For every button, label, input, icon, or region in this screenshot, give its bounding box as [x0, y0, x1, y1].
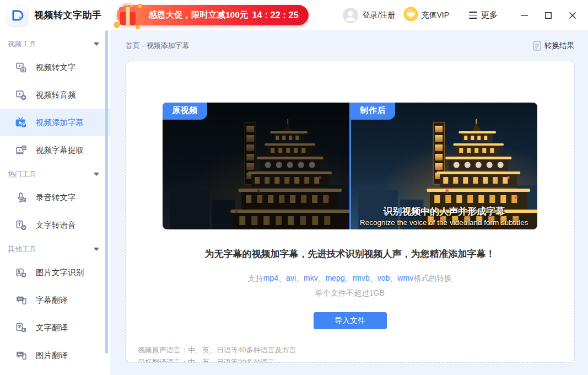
caret-down-icon — [94, 42, 99, 46]
sidebar-item-text-translate[interactable]: 文字翻译 — [0, 314, 110, 341]
subtitle-chinese: 识别视频中的人声并形成字幕 — [351, 205, 538, 218]
text-to-speech-icon — [15, 219, 27, 231]
subtitle-english: Recognize the voice of the video and for… — [351, 218, 538, 227]
sidebar-item-label: 文字转语音 — [36, 220, 76, 231]
video-to-text-icon — [15, 61, 27, 73]
section-label: 视频工具 — [8, 39, 36, 49]
image-translate-icon — [15, 349, 27, 361]
video-add-subtitles-icon — [15, 116, 27, 128]
original-video-badge: 原视频 — [163, 103, 207, 120]
gift-box-icon — [112, 0, 143, 33]
close-button[interactable] — [560, 4, 585, 26]
promo-banner[interactable]: 感恩大促，限时立减100元 14 : 22 : 25 — [117, 5, 309, 25]
target-language-info: 目标翻译语言：中、英、日语等20多种语言 — [138, 356, 574, 363]
formats-list: mp4、avi、mkv、mepg、rmvb、vob、wmv — [263, 274, 413, 282]
sidebar-item-video-subtitle-extract[interactable]: 视频字幕提取 — [0, 136, 110, 164]
more-label: 更多 — [481, 10, 498, 20]
sidebar-section-other-tools[interactable]: 其他工具 — [0, 239, 110, 259]
caret-down-icon — [94, 173, 99, 176]
login-register-link[interactable]: 登录/注册 — [363, 10, 396, 20]
caret-down-icon — [94, 248, 99, 251]
recharge-vip-link[interactable]: 充值VIP — [421, 10, 449, 20]
hamburger-icon — [469, 12, 477, 18]
feature-headline: 为无字幕的视频加字幕，先进技术识别视频人声，为您精准添加字幕！ — [126, 248, 574, 260]
formats-prefix: 支持 — [248, 274, 263, 282]
promo-countdown: 14 : 22 : 25 — [252, 10, 298, 20]
sidebar-scrollbar[interactable] — [105, 30, 108, 353]
source-language-info: 视频原声语言：中、英、日语等40多种语言及方言 — [138, 344, 574, 356]
formats-suffix: 格式的转换 — [413, 274, 452, 282]
tool-card: 原视频 制作后 识别视频中的人声并形成字幕 Recognize the voic… — [125, 61, 575, 363]
sidebar-item-label: 字幕翻译 — [36, 295, 68, 306]
processed-video-badge: 制作后 — [351, 103, 396, 120]
sidebar-item-video-to-text[interactable]: 视频转文字 — [0, 53, 110, 81]
section-label: 热门工具 — [8, 169, 36, 179]
subtitle-translate-icon — [15, 294, 27, 306]
maximize-button[interactable] — [536, 4, 560, 26]
sidebar-section-hot-tools[interactable]: 热门工具 — [0, 164, 110, 184]
app-logo-icon — [7, 5, 28, 26]
section-label: 其他工具 — [8, 244, 36, 254]
sidebar-item-label: 视频添加字幕 — [36, 117, 84, 128]
sidebar-item-label: 录音转文字 — [36, 192, 76, 203]
promo-text: 感恩大促，限时立减100元 — [149, 9, 249, 21]
sidebar-item-image-translate[interactable]: 图片翻译 — [0, 341, 110, 369]
document-icon — [533, 41, 541, 51]
sidebar-item-video-to-audio[interactable]: 视频转音频 — [0, 81, 110, 109]
app-title: 视频转文字助手 — [34, 9, 102, 22]
image-ocr-icon — [15, 266, 27, 278]
sidebar: 视频工具 视频转文字 — [0, 30, 110, 375]
sidebar-item-video-add-subtitles[interactable]: 视频添加字幕 — [0, 109, 110, 136]
sidebar-item-label: 视频转音频 — [36, 90, 76, 100]
original-video-pane: 原视频 — [163, 103, 349, 229]
sidebar-section-video-tools[interactable]: 视频工具 — [0, 34, 110, 53]
sidebar-item-label: 视频转文字 — [36, 62, 76, 73]
sidebar-item-label: 图片文字识别 — [36, 267, 84, 278]
title-bar: 视频转文字助手 感恩大促，限时立减100元 14 : 22 : 25 — [0, 0, 588, 30]
import-file-button[interactable]: 导入文件 — [314, 312, 387, 329]
sidebar-item-label: 文字翻译 — [36, 323, 68, 333]
file-size-limit: 单个文件不超过1GB — [126, 288, 574, 298]
supported-formats: 支持mp4、avi、mkv、mepg、rmvb、vob、wmv格式的转换 — [126, 274, 574, 283]
conversion-results-link[interactable]: 转换结果 — [533, 41, 574, 51]
more-menu[interactable]: 更多 — [469, 10, 498, 20]
app-window: 视频转文字助手 感恩大促，限时立减100元 14 : 22 : 25 — [0, 0, 588, 375]
sidebar-item-subtitle-translate[interactable]: 字幕翻译 — [0, 286, 110, 314]
night-building-image — [163, 103, 349, 229]
main-area: 首页 - 视频添加字幕 转换结果 原视频 — [110, 30, 588, 375]
processed-video-pane: 制作后 识别视频中的人声并形成字幕 Recognize the voice of… — [349, 103, 538, 229]
breadcrumb[interactable]: 首页 - 视频添加字幕 — [126, 41, 190, 51]
results-label: 转换结果 — [544, 41, 574, 51]
sidebar-item-text-to-speech[interactable]: 文字转语音 — [0, 211, 110, 239]
sidebar-item-audio-to-text[interactable]: 录音转文字 — [0, 184, 110, 211]
vip-diamond-icon[interactable] — [403, 7, 418, 24]
sidebar-item-label: 图片翻译 — [36, 350, 68, 361]
minimize-button[interactable] — [512, 4, 536, 26]
video-subtitle-extract-icon — [15, 144, 27, 156]
language-info: 视频原声语言：中、英、日语等40多种语言及方言 目标翻译语言：中、英、日语等20… — [138, 344, 574, 363]
subtitle-overlay: 识别视频中的人声并形成字幕 Recognize the voice of the… — [351, 205, 538, 227]
sidebar-item-label: 视频字幕提取 — [36, 145, 84, 156]
microphone-to-text-icon — [15, 191, 27, 203]
sidebar-item-image-ocr[interactable]: 图片文字识别 — [0, 259, 110, 286]
user-avatar[interactable] — [343, 8, 358, 23]
video-to-audio-icon — [15, 89, 27, 101]
video-preview: 原视频 制作后 识别视频中的人声并形成字幕 Recognize the voic… — [163, 103, 537, 229]
text-translate-icon — [15, 322, 27, 334]
